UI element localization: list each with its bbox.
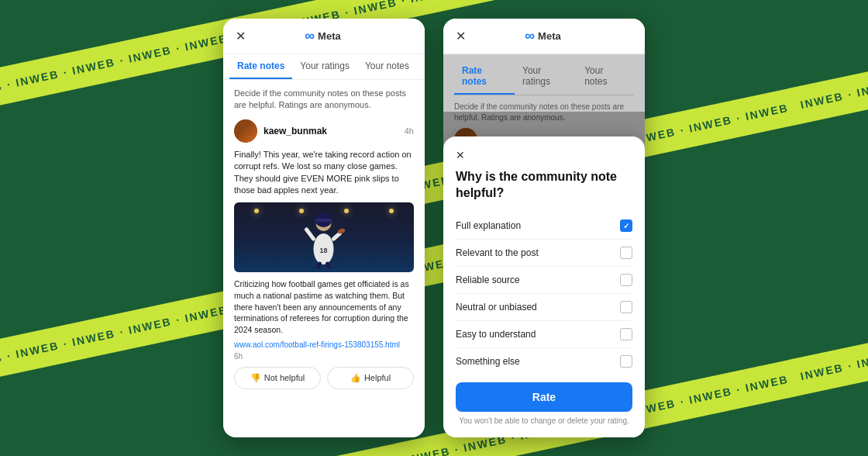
not-helpful-label: Not helpful — [264, 373, 305, 382]
checkbox-row-full-explanation: Full explanation — [456, 212, 632, 240]
something-else-checkbox[interactable] — [620, 355, 632, 368]
svg-line-9 — [328, 264, 331, 268]
football-player-svg: 18 — [303, 206, 346, 268]
meta-infinity-icon: ∞ — [305, 28, 315, 44]
cards-container: ✕ ∞ Meta Rate notes Your ratings Your no… — [0, 0, 868, 456]
light-1 — [254, 209, 259, 213]
right-close-button[interactable]: ✕ — [456, 29, 466, 43]
tab-your-notes-left[interactable]: Your notes — [357, 54, 417, 79]
svg-rect-3 — [315, 219, 332, 222]
checkbox-row-something-else: Something else — [456, 348, 632, 375]
left-post-text: Finally! This year, we're taking record … — [234, 149, 414, 197]
left-close-button[interactable]: ✕ — [236, 29, 246, 43]
right-card-header: ✕ ∞ Meta — [443, 19, 645, 54]
svg-line-5 — [307, 230, 314, 239]
relevant-checkbox[interactable] — [620, 247, 632, 259]
right-tabs: Rate notes Your ratings Your notes — [454, 59, 634, 95]
helpful-label: Helpful — [364, 373, 391, 382]
checkbox-row-reliable: Reliable source — [456, 267, 632, 294]
left-avatar-img — [234, 119, 257, 143]
right-meta-logo: ∞ Meta — [525, 28, 560, 44]
modal-title: Why is the community note helpful? — [456, 169, 632, 202]
neutral-checkbox[interactable] — [620, 301, 632, 313]
thumbs-down-icon: 👎 — [250, 373, 261, 383]
tab-your-ratings-right[interactable]: Your ratings — [515, 59, 577, 95]
checkbox-row-relevant: Relevant to the post — [456, 240, 632, 267]
tab-your-notes-right[interactable]: Your notes — [577, 59, 634, 95]
left-link[interactable]: www.aol.com/football-ref-firings-1538031… — [234, 340, 414, 349]
rate-button[interactable]: Rate — [456, 382, 632, 412]
left-meta-label: Meta — [318, 30, 341, 42]
left-post-image: 18 — [234, 202, 414, 272]
reliable-label: Reliable source — [456, 275, 520, 285]
not-helpful-button[interactable]: 👎 Not helpful — [234, 367, 321, 389]
neutral-label: Neutral or unbiased — [456, 302, 537, 313]
modal-overlay: ✕ Why is the community note helpful? Ful… — [443, 112, 645, 437]
left-avatar — [234, 119, 257, 143]
reliable-checkbox[interactable] — [620, 274, 632, 286]
left-user-row: kaew_bunmak 4h — [234, 119, 414, 143]
left-time-ago: 6h — [234, 352, 414, 361]
left-tabs: Rate notes Your ratings Your notes — [223, 54, 425, 80]
left-card: ✕ ∞ Meta Rate notes Your ratings Your no… — [223, 19, 425, 437]
modal: ✕ Why is the community note helpful? Ful… — [443, 136, 645, 437]
left-description: Decide if the community notes on these p… — [234, 88, 414, 112]
helpful-button[interactable]: 👍 Helpful — [327, 367, 414, 389]
right-meta-label: Meta — [538, 30, 561, 42]
left-action-buttons: 👎 Not helpful 👍 Helpful — [234, 367, 414, 389]
relevant-label: Relevant to the post — [456, 247, 539, 258]
checkbox-row-easy: Easy to understand — [456, 321, 632, 348]
svg-line-6 — [334, 233, 340, 239]
full-explanation-label: Full explanation — [456, 220, 521, 231]
full-explanation-checkbox[interactable] — [620, 219, 632, 232]
left-meta-logo: ∞ Meta — [305, 28, 340, 44]
tab-your-ratings-left[interactable]: Your ratings — [292, 54, 357, 79]
easy-checkbox[interactable] — [620, 328, 632, 340]
thumbs-up-icon: 👍 — [350, 373, 361, 383]
checkbox-row-neutral: Neutral or unbiased — [456, 294, 632, 321]
left-article-text: Criticizing how football games get offic… — [234, 278, 414, 335]
left-timestamp: 4h — [405, 126, 414, 136]
svg-line-8 — [317, 264, 320, 268]
light-4 — [389, 209, 394, 213]
modal-close-button[interactable]: ✕ — [456, 149, 632, 161]
rate-note: You won't be able to change or delete yo… — [456, 416, 632, 425]
svg-text:18: 18 — [319, 247, 327, 254]
left-card-body: Decide if the community notes on these p… — [223, 80, 425, 397]
easy-label: Easy to understand — [456, 329, 536, 340]
right-card: ✕ ∞ Meta Rate notes Your ratings Your no… — [443, 19, 645, 437]
right-meta-infinity-icon: ∞ — [525, 28, 535, 44]
left-username: kaew_bunmak — [264, 126, 398, 136]
tab-rate-notes-right[interactable]: Rate notes — [454, 59, 515, 95]
left-card-header: ✕ ∞ Meta — [223, 19, 425, 54]
something-else-label: Something else — [456, 356, 520, 367]
tab-rate-notes-left[interactable]: Rate notes — [229, 54, 292, 79]
